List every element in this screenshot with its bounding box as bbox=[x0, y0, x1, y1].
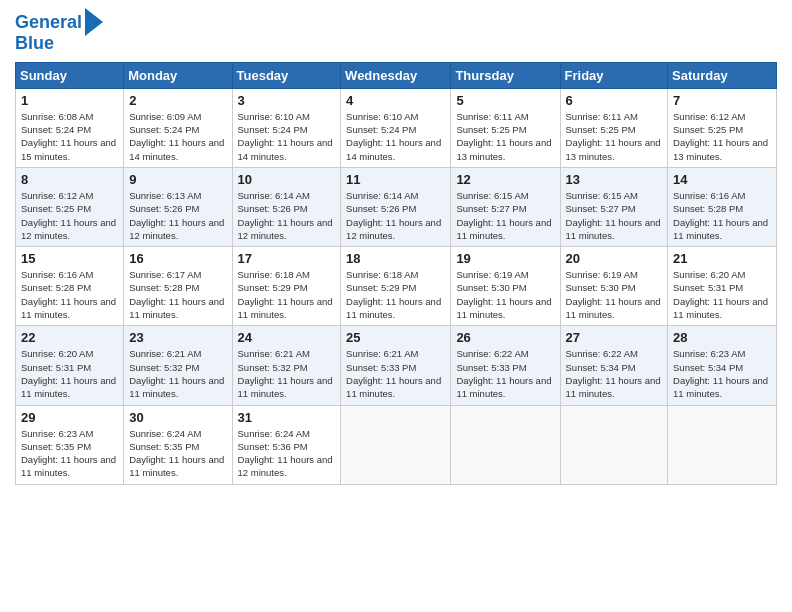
calendar-cell: 4Sunrise: 6:10 AMSunset: 5:24 PMDaylight… bbox=[341, 88, 451, 167]
day-number: 30 bbox=[129, 410, 226, 425]
day-number: 1 bbox=[21, 93, 118, 108]
day-info: Sunrise: 6:14 AMSunset: 5:26 PMDaylight:… bbox=[238, 190, 333, 241]
day-number: 8 bbox=[21, 172, 118, 187]
calendar-cell: 18Sunrise: 6:18 AMSunset: 5:29 PMDayligh… bbox=[341, 247, 451, 326]
day-info: Sunrise: 6:22 AMSunset: 5:34 PMDaylight:… bbox=[566, 348, 661, 399]
calendar-week-row: 8Sunrise: 6:12 AMSunset: 5:25 PMDaylight… bbox=[16, 167, 777, 246]
calendar-cell: 30Sunrise: 6:24 AMSunset: 5:35 PMDayligh… bbox=[124, 405, 232, 484]
calendar-week-row: 1Sunrise: 6:08 AMSunset: 5:24 PMDaylight… bbox=[16, 88, 777, 167]
day-info: Sunrise: 6:23 AMSunset: 5:34 PMDaylight:… bbox=[673, 348, 768, 399]
calendar-cell: 25Sunrise: 6:21 AMSunset: 5:33 PMDayligh… bbox=[341, 326, 451, 405]
calendar-day-header: Tuesday bbox=[232, 62, 341, 88]
day-number: 21 bbox=[673, 251, 771, 266]
day-number: 31 bbox=[238, 410, 336, 425]
logo: General Blue bbox=[15, 10, 103, 54]
day-number: 22 bbox=[21, 330, 118, 345]
day-number: 12 bbox=[456, 172, 554, 187]
day-info: Sunrise: 6:17 AMSunset: 5:28 PMDaylight:… bbox=[129, 269, 224, 320]
calendar-cell: 7Sunrise: 6:12 AMSunset: 5:25 PMDaylight… bbox=[668, 88, 777, 167]
day-info: Sunrise: 6:22 AMSunset: 5:33 PMDaylight:… bbox=[456, 348, 551, 399]
day-number: 13 bbox=[566, 172, 663, 187]
calendar-header-row: SundayMondayTuesdayWednesdayThursdayFrid… bbox=[16, 62, 777, 88]
calendar-cell: 1Sunrise: 6:08 AMSunset: 5:24 PMDaylight… bbox=[16, 88, 124, 167]
day-number: 5 bbox=[456, 93, 554, 108]
calendar-day-header: Saturday bbox=[668, 62, 777, 88]
calendar-day-header: Friday bbox=[560, 62, 668, 88]
logo-text: General bbox=[15, 13, 82, 33]
day-number: 27 bbox=[566, 330, 663, 345]
day-info: Sunrise: 6:20 AMSunset: 5:31 PMDaylight:… bbox=[21, 348, 116, 399]
day-info: Sunrise: 6:20 AMSunset: 5:31 PMDaylight:… bbox=[673, 269, 768, 320]
day-info: Sunrise: 6:09 AMSunset: 5:24 PMDaylight:… bbox=[129, 111, 224, 162]
day-info: Sunrise: 6:15 AMSunset: 5:27 PMDaylight:… bbox=[456, 190, 551, 241]
day-number: 29 bbox=[21, 410, 118, 425]
calendar-cell: 26Sunrise: 6:22 AMSunset: 5:33 PMDayligh… bbox=[451, 326, 560, 405]
day-info: Sunrise: 6:08 AMSunset: 5:24 PMDaylight:… bbox=[21, 111, 116, 162]
calendar-cell bbox=[451, 405, 560, 484]
calendar-cell bbox=[668, 405, 777, 484]
day-number: 3 bbox=[238, 93, 336, 108]
day-number: 17 bbox=[238, 251, 336, 266]
day-info: Sunrise: 6:24 AMSunset: 5:36 PMDaylight:… bbox=[238, 428, 333, 479]
calendar-cell: 11Sunrise: 6:14 AMSunset: 5:26 PMDayligh… bbox=[341, 167, 451, 246]
day-number: 6 bbox=[566, 93, 663, 108]
day-number: 11 bbox=[346, 172, 445, 187]
calendar-cell: 20Sunrise: 6:19 AMSunset: 5:30 PMDayligh… bbox=[560, 247, 668, 326]
calendar-cell: 15Sunrise: 6:16 AMSunset: 5:28 PMDayligh… bbox=[16, 247, 124, 326]
calendar-day-header: Sunday bbox=[16, 62, 124, 88]
day-number: 28 bbox=[673, 330, 771, 345]
calendar-cell: 29Sunrise: 6:23 AMSunset: 5:35 PMDayligh… bbox=[16, 405, 124, 484]
day-info: Sunrise: 6:21 AMSunset: 5:32 PMDaylight:… bbox=[238, 348, 333, 399]
calendar-cell bbox=[560, 405, 668, 484]
day-info: Sunrise: 6:13 AMSunset: 5:26 PMDaylight:… bbox=[129, 190, 224, 241]
logo-blue: Blue bbox=[15, 34, 54, 54]
calendar-cell: 12Sunrise: 6:15 AMSunset: 5:27 PMDayligh… bbox=[451, 167, 560, 246]
page: General Blue SundayMondayTuesdayWednesda… bbox=[0, 0, 792, 612]
day-info: Sunrise: 6:10 AMSunset: 5:24 PMDaylight:… bbox=[346, 111, 441, 162]
calendar-cell: 21Sunrise: 6:20 AMSunset: 5:31 PMDayligh… bbox=[668, 247, 777, 326]
calendar-cell: 24Sunrise: 6:21 AMSunset: 5:32 PMDayligh… bbox=[232, 326, 341, 405]
day-info: Sunrise: 6:24 AMSunset: 5:35 PMDaylight:… bbox=[129, 428, 224, 479]
day-info: Sunrise: 6:18 AMSunset: 5:29 PMDaylight:… bbox=[346, 269, 441, 320]
calendar-cell: 10Sunrise: 6:14 AMSunset: 5:26 PMDayligh… bbox=[232, 167, 341, 246]
calendar-day-header: Thursday bbox=[451, 62, 560, 88]
calendar-cell: 19Sunrise: 6:19 AMSunset: 5:30 PMDayligh… bbox=[451, 247, 560, 326]
calendar-week-row: 29Sunrise: 6:23 AMSunset: 5:35 PMDayligh… bbox=[16, 405, 777, 484]
calendar-cell: 6Sunrise: 6:11 AMSunset: 5:25 PMDaylight… bbox=[560, 88, 668, 167]
day-number: 9 bbox=[129, 172, 226, 187]
logo-arrow-icon bbox=[85, 8, 103, 36]
day-info: Sunrise: 6:14 AMSunset: 5:26 PMDaylight:… bbox=[346, 190, 441, 241]
calendar-cell: 8Sunrise: 6:12 AMSunset: 5:25 PMDaylight… bbox=[16, 167, 124, 246]
day-number: 23 bbox=[129, 330, 226, 345]
day-info: Sunrise: 6:15 AMSunset: 5:27 PMDaylight:… bbox=[566, 190, 661, 241]
calendar-week-row: 15Sunrise: 6:16 AMSunset: 5:28 PMDayligh… bbox=[16, 247, 777, 326]
header: General Blue bbox=[15, 10, 777, 54]
calendar-cell: 27Sunrise: 6:22 AMSunset: 5:34 PMDayligh… bbox=[560, 326, 668, 405]
day-info: Sunrise: 6:18 AMSunset: 5:29 PMDaylight:… bbox=[238, 269, 333, 320]
day-number: 2 bbox=[129, 93, 226, 108]
day-info: Sunrise: 6:12 AMSunset: 5:25 PMDaylight:… bbox=[673, 111, 768, 162]
calendar-cell: 13Sunrise: 6:15 AMSunset: 5:27 PMDayligh… bbox=[560, 167, 668, 246]
day-number: 24 bbox=[238, 330, 336, 345]
calendar-cell: 3Sunrise: 6:10 AMSunset: 5:24 PMDaylight… bbox=[232, 88, 341, 167]
day-number: 10 bbox=[238, 172, 336, 187]
day-info: Sunrise: 6:10 AMSunset: 5:24 PMDaylight:… bbox=[238, 111, 333, 162]
calendar-cell: 23Sunrise: 6:21 AMSunset: 5:32 PMDayligh… bbox=[124, 326, 232, 405]
calendar-week-row: 22Sunrise: 6:20 AMSunset: 5:31 PMDayligh… bbox=[16, 326, 777, 405]
day-info: Sunrise: 6:19 AMSunset: 5:30 PMDaylight:… bbox=[566, 269, 661, 320]
day-number: 14 bbox=[673, 172, 771, 187]
calendar-cell: 14Sunrise: 6:16 AMSunset: 5:28 PMDayligh… bbox=[668, 167, 777, 246]
day-number: 18 bbox=[346, 251, 445, 266]
calendar-cell: 28Sunrise: 6:23 AMSunset: 5:34 PMDayligh… bbox=[668, 326, 777, 405]
calendar-day-header: Wednesday bbox=[341, 62, 451, 88]
calendar-cell: 9Sunrise: 6:13 AMSunset: 5:26 PMDaylight… bbox=[124, 167, 232, 246]
day-number: 15 bbox=[21, 251, 118, 266]
day-number: 25 bbox=[346, 330, 445, 345]
day-number: 19 bbox=[456, 251, 554, 266]
day-info: Sunrise: 6:19 AMSunset: 5:30 PMDaylight:… bbox=[456, 269, 551, 320]
day-info: Sunrise: 6:16 AMSunset: 5:28 PMDaylight:… bbox=[673, 190, 768, 241]
day-number: 7 bbox=[673, 93, 771, 108]
day-info: Sunrise: 6:11 AMSunset: 5:25 PMDaylight:… bbox=[456, 111, 551, 162]
day-info: Sunrise: 6:21 AMSunset: 5:33 PMDaylight:… bbox=[346, 348, 441, 399]
day-info: Sunrise: 6:23 AMSunset: 5:35 PMDaylight:… bbox=[21, 428, 116, 479]
